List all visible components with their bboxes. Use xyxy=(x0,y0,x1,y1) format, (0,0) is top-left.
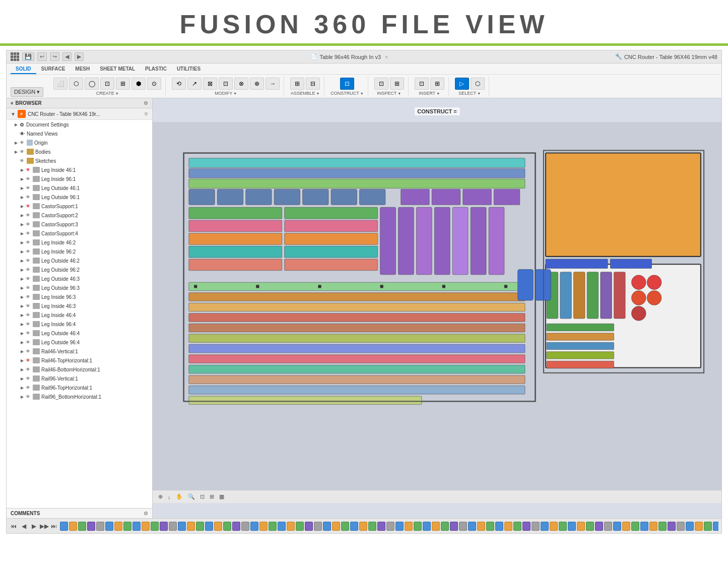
construct-label-btn[interactable]: CONSTRUCT ▼ xyxy=(330,91,363,96)
status-zoom-icon[interactable]: 🔍 xyxy=(186,493,196,501)
tree-item-named-views[interactable]: 👁 Named Views xyxy=(7,129,152,138)
timeline-step-7[interactable] xyxy=(123,522,131,531)
timeline-step-54[interactable] xyxy=(550,522,558,531)
timeline-step-49[interactable] xyxy=(504,522,512,531)
tree-item-rail96-bottom-h[interactable]: ▶ 👁 Rail96_BottomHorizontal:1 xyxy=(7,392,152,401)
timeline-step-21[interactable] xyxy=(250,522,258,531)
tree-item-castor-3[interactable]: ▶ 👁 CastorSupport:3 xyxy=(7,220,152,229)
timeline-step-13[interactable] xyxy=(178,522,186,531)
timeline-to-end-button[interactable]: ⏭ xyxy=(50,523,58,530)
tree-item-document-settings[interactable]: ▶ ⚙ Document Settings xyxy=(7,120,152,129)
tree-item-leg-outside-46-4[interactable]: ▶ 👁 Leg Outside 46:4 xyxy=(7,329,152,338)
create-cylinder-icon[interactable]: ⬡ xyxy=(69,78,83,90)
select-cursor-icon[interactable]: ▷ xyxy=(455,78,469,90)
eye-cs4[interactable]: 👁 xyxy=(26,231,33,236)
select-more-icon[interactable]: ⬡ xyxy=(471,78,485,90)
timeline-step-41[interactable] xyxy=(432,522,440,531)
tree-item-rail46-top-h[interactable]: ▶ 👁 Rail46-TopHorizontal:1 xyxy=(7,356,152,365)
insert-decal-icon[interactable]: ⊡ xyxy=(415,78,429,90)
timeline-step-66[interactable] xyxy=(658,522,667,531)
create-box-icon[interactable]: ⬜ xyxy=(53,78,68,90)
timeline-step-8[interactable] xyxy=(133,522,141,531)
tree-item-rail96-vertical[interactable]: ▶ 👁 Rail96-Vertical:1 xyxy=(7,374,152,383)
timeline-step-20[interactable] xyxy=(241,522,249,531)
timeline-step-71[interactable] xyxy=(704,522,712,531)
tree-item-leg-inside-96-3[interactable]: ▶ 👁 Leg Inside 96:3 xyxy=(7,292,152,301)
design-dropdown[interactable]: DESIGN ▾ xyxy=(11,87,43,97)
timeline-step-51[interactable] xyxy=(522,522,531,531)
timeline-step-39[interactable] xyxy=(414,522,422,531)
timeline-step-4[interactable] xyxy=(96,522,104,531)
assemble-new-icon[interactable]: ⊞ xyxy=(290,78,304,90)
eye-li46-3[interactable]: 👁 xyxy=(26,303,33,308)
eye-lo96-4[interactable]: 👁 xyxy=(26,340,33,345)
status-pan-icon[interactable]: ✋ xyxy=(174,493,184,501)
create-torus-icon[interactable]: ⊡ xyxy=(100,78,114,90)
create-coil-icon[interactable]: ⊞ xyxy=(116,78,130,90)
timeline-step-18[interactable] xyxy=(223,522,231,531)
timeline-step-45[interactable] xyxy=(468,522,476,531)
timeline-step-5[interactable] xyxy=(105,522,113,531)
timeline-step-19[interactable] xyxy=(232,522,240,531)
timeline-step-12[interactable] xyxy=(169,522,177,531)
modify-scale-icon[interactable]: ⊕ xyxy=(250,78,264,90)
sidebar-settings-icon[interactable]: ⚙ xyxy=(144,100,148,106)
timeline-step-23[interactable] xyxy=(269,522,277,531)
timeline-step-60[interactable] xyxy=(604,522,612,531)
timeline-step-53[interactable] xyxy=(541,522,549,531)
inspect-label[interactable]: INSPECT ▼ xyxy=(377,91,401,96)
timeline-step-29[interactable] xyxy=(323,522,331,531)
modify-label[interactable]: MODIFY ▼ xyxy=(215,91,237,96)
timeline-step-63[interactable] xyxy=(631,522,639,531)
eye-lo96-3[interactable]: 👁 xyxy=(26,285,33,290)
eye-r46bh[interactable]: 👁 xyxy=(26,367,33,372)
create-more-icon[interactable]: ⊙ xyxy=(147,78,161,90)
tree-root-item[interactable]: ▼ F CNC Router - Table 96X46 19r... ⚙ xyxy=(7,108,152,120)
save-button[interactable]: 💾 xyxy=(22,52,34,61)
status-origin-icon[interactable]: ⊕ xyxy=(157,493,164,501)
timeline-step-31[interactable] xyxy=(341,522,349,531)
timeline-to-start-button[interactable]: ⏮ xyxy=(10,523,18,530)
timeline-step-48[interactable] xyxy=(495,522,503,531)
timeline-step-57[interactable] xyxy=(577,522,585,531)
timeline-step-44[interactable] xyxy=(459,522,467,531)
timeline-step-25[interactable] xyxy=(287,522,295,531)
tab-solid[interactable]: SOLID xyxy=(11,65,36,74)
eye-r46v[interactable]: 👁 xyxy=(26,349,33,354)
eye-lo46-1[interactable]: 👁 xyxy=(26,185,33,191)
tree-item-leg-outside-96-1[interactable]: ▶ 👁 Leg Outside 96:1 xyxy=(7,193,152,202)
viewport[interactable]: CONSTRUCT = xyxy=(153,98,721,518)
eye-li96-4[interactable]: 👁 xyxy=(26,322,33,327)
eye-li96-2[interactable]: 👁 xyxy=(26,249,33,254)
tree-item-leg-inside-46-4[interactable]: ▶ 👁 Leg Inside 46:4 xyxy=(7,310,152,320)
eye-li46-4[interactable]: 👁 xyxy=(26,312,33,318)
timeline-step-15[interactable] xyxy=(196,522,204,531)
timeline-step-9[interactable] xyxy=(142,522,150,531)
assemble-label[interactable]: ASSEMBLE ▼ xyxy=(291,91,319,96)
eye-cs2[interactable]: 👁 xyxy=(26,213,33,218)
create-sphere-icon[interactable]: ◯ xyxy=(85,78,99,90)
timeline-step-43[interactable] xyxy=(450,522,458,531)
modify-draft-icon[interactable]: ⊗ xyxy=(234,78,248,90)
modify-shell-icon[interactable]: ⊡ xyxy=(219,78,233,90)
timeline-step-42[interactable] xyxy=(441,522,449,531)
tree-item-leg-inside-46-2[interactable]: ▶ 👁 Leg Inside 46:2 xyxy=(7,238,152,247)
eye-li46-2[interactable]: 👁 xyxy=(26,240,33,245)
tab-mesh[interactable]: MESH xyxy=(70,65,95,74)
timeline-step-52[interactable] xyxy=(532,522,540,531)
timeline-step-2[interactable] xyxy=(78,522,86,531)
timeline-step-1[interactable] xyxy=(69,522,77,531)
eye-cs3[interactable]: 👁 xyxy=(26,222,33,227)
timeline-step-33[interactable] xyxy=(359,522,367,531)
eye-li96-1[interactable]: 👁 xyxy=(26,176,33,181)
status-view-icon[interactable]: ⊡ xyxy=(198,493,206,501)
status-grid-icon[interactable]: ⊞ xyxy=(208,493,216,501)
timeline-step-56[interactable] xyxy=(568,522,576,531)
insert-more-icon[interactable]: ⊞ xyxy=(430,78,444,90)
create-pipe-icon[interactable]: ⬢ xyxy=(131,78,146,90)
modify-more-icon[interactable]: → xyxy=(266,78,280,90)
tree-item-origin[interactable]: ▶ 👁 Origin xyxy=(7,138,152,147)
nav-forward-button[interactable]: ▶ xyxy=(75,52,84,61)
construct-plane-icon[interactable]: ⊡ xyxy=(340,78,354,90)
tree-item-bodies[interactable]: ▶ 👁 Bodies xyxy=(7,147,152,156)
